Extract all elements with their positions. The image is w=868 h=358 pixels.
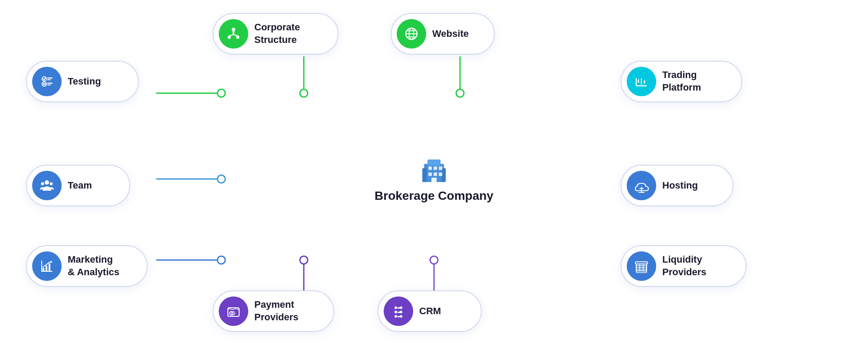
node-team[interactable]: Team	[26, 165, 130, 206]
node-website[interactable]: Website	[391, 13, 495, 55]
svg-rect-72	[46, 266, 47, 271]
svg-rect-94	[398, 316, 401, 317]
svg-point-19	[300, 256, 308, 264]
svg-point-74	[50, 261, 52, 263]
svg-rect-71	[43, 268, 44, 271]
testing-icon	[32, 67, 62, 96]
svg-point-88	[395, 311, 397, 313]
node-crm[interactable]: CRM	[378, 290, 482, 332]
svg-point-12	[217, 89, 225, 97]
center-node: Brokerage Company	[375, 155, 493, 203]
svg-rect-39	[228, 36, 231, 39]
svg-line-38	[233, 35, 238, 36]
corporate-icon	[219, 19, 248, 49]
svg-rect-30	[434, 172, 437, 176]
node-corporate[interactable]: CorporateStructure	[213, 13, 339, 55]
crm-label: CRM	[419, 305, 441, 318]
marketing-label: Marketing& Analytics	[68, 254, 119, 278]
svg-rect-29	[428, 172, 432, 176]
corporate-label: CorporateStructure	[254, 21, 300, 46]
diagram-container: Brokerage Company CorporateStructure	[0, 0, 868, 358]
svg-rect-27	[434, 166, 437, 170]
node-testing[interactable]: Testing	[26, 61, 139, 102]
svg-rect-92	[398, 307, 401, 309]
hosting-label: Hosting	[662, 179, 698, 192]
svg-point-16	[217, 175, 225, 183]
svg-point-18	[217, 256, 225, 264]
svg-rect-82	[636, 271, 647, 273]
payment-label: PaymentProviders	[254, 299, 299, 323]
svg-rect-28	[439, 166, 442, 170]
website-label: Website	[432, 28, 469, 40]
liquidity-label: LiquidityProviders	[662, 254, 707, 278]
website-icon	[397, 19, 426, 49]
svg-point-33	[232, 28, 235, 31]
svg-point-86	[395, 306, 397, 309]
svg-line-37	[229, 35, 233, 36]
svg-point-63	[41, 182, 44, 186]
crm-icon	[384, 296, 413, 326]
node-liquidity[interactable]: LiquidityProviders	[621, 245, 746, 287]
svg-rect-23	[427, 159, 441, 166]
node-payment[interactable]: PaymentProviders	[213, 290, 334, 332]
svg-rect-32	[431, 178, 437, 182]
svg-rect-24	[422, 168, 427, 182]
node-marketing[interactable]: Marketing& Analytics	[26, 245, 148, 287]
svg-rect-73	[49, 264, 50, 271]
svg-point-13	[300, 89, 308, 97]
svg-point-14	[456, 89, 464, 97]
svg-point-64	[50, 182, 53, 186]
node-trading[interactable]: TradingPlatform	[621, 61, 742, 102]
liquidity-icon	[627, 251, 656, 281]
marketing-icon	[32, 251, 62, 281]
svg-rect-40	[236, 36, 239, 39]
trading-label: TradingPlatform	[662, 69, 701, 94]
payment-icon	[219, 296, 248, 326]
building-icon	[419, 155, 449, 186]
svg-rect-26	[428, 166, 432, 170]
hosting-icon	[627, 171, 656, 200]
svg-rect-93	[398, 312, 401, 313]
testing-label: Testing	[68, 75, 101, 88]
svg-point-90	[395, 315, 397, 318]
svg-point-20	[430, 256, 438, 264]
svg-rect-34	[233, 31, 234, 35]
center-label: Brokerage Company	[375, 189, 493, 203]
svg-rect-31	[439, 172, 442, 176]
trading-icon	[627, 67, 656, 96]
team-label: Team	[68, 179, 92, 192]
node-hosting[interactable]: Hosting	[621, 165, 733, 206]
svg-point-62	[45, 180, 49, 185]
team-icon	[32, 171, 62, 200]
